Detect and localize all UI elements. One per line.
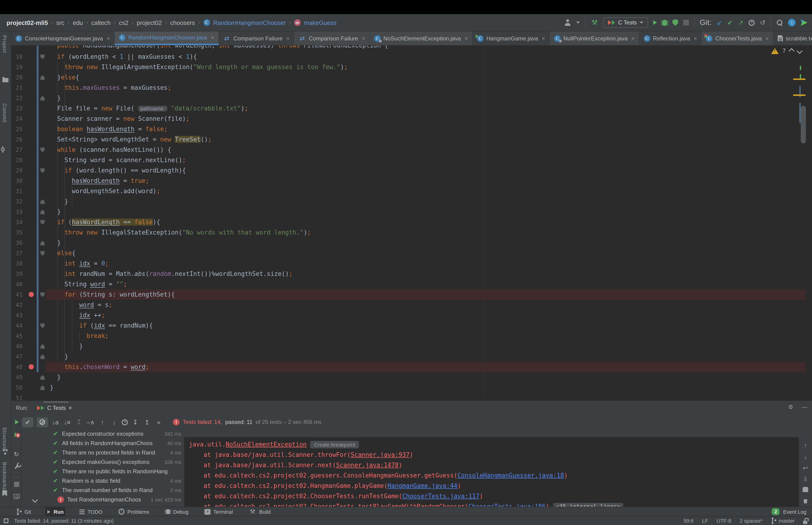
- expand-chevron-icon[interactable]: [32, 497, 38, 502]
- code-text[interactable]: }: [50, 382, 53, 393]
- code-text[interactable]: }: [50, 238, 61, 248]
- fold-marker-icon[interactable]: [41, 199, 45, 204]
- toolwindow-build[interactable]: Build: [247, 507, 273, 516]
- code-line-29[interactable]: 29 if (word.length() == wordLength){: [11, 165, 806, 176]
- tab-Comparison Failure[interactable]: ⇄Comparison Failure×: [219, 31, 294, 45]
- line-number-40[interactable]: 40: [11, 279, 22, 289]
- line-number-19[interactable]: 19: [11, 62, 22, 72]
- test-row[interactable]: ✔There are no public fields in RandomHan…: [21, 467, 184, 476]
- line-number-49[interactable]: 49: [11, 372, 22, 382]
- code-line-39[interactable]: 39 int randNum = Math.abs(random.nextInt…: [11, 269, 806, 279]
- line-number-46[interactable]: 46: [11, 341, 22, 351]
- git-branch-widget[interactable]: master: [771, 518, 795, 524]
- code-line-49[interactable]: 49 }: [11, 372, 806, 382]
- show-passed-toggle[interactable]: ✔: [22, 417, 33, 427]
- next-occurrence-icon[interactable]: ↓: [110, 419, 119, 425]
- code-text[interactable]: }: [50, 341, 83, 351]
- breadcrumb-item-caltech[interactable]: caltech: [91, 19, 110, 26]
- line-number-22[interactable]: 22: [11, 93, 22, 103]
- code-line-26[interactable]: 26 Set<String> wordLengthSet = new TreeS…: [11, 134, 806, 145]
- toolwindow-todo[interactable]: TODO: [78, 507, 104, 516]
- code-line-38[interactable]: 38 int idx = 0;: [11, 258, 806, 269]
- hide-panel-icon[interactable]: —: [802, 404, 807, 410]
- tab-close-icon[interactable]: ×: [287, 35, 290, 42]
- tab-Comparison Failure[interactable]: ⇄Comparison Failure×: [294, 31, 370, 45]
- print-icon[interactable]: [802, 488, 808, 492]
- code-text[interactable]: File file = new File( pathname: "data/sc…: [50, 103, 248, 114]
- test-row[interactable]: ✔Expected constructor exceptions342 ms: [21, 429, 184, 438]
- code-text[interactable]: for (String s: wordLengthSet){: [50, 289, 175, 300]
- tab-close-icon[interactable]: ×: [765, 35, 769, 42]
- line-number-20[interactable]: 20: [11, 72, 22, 83]
- square-icon[interactable]: [13, 482, 20, 487]
- stop-button[interactable]: [683, 20, 689, 25]
- stripe-item-project[interactable]: Project: [2, 35, 7, 53]
- line-number-26[interactable]: 26: [11, 134, 22, 145]
- fold-marker-icon[interactable]: [41, 355, 45, 359]
- breadcrumb-item-choosers[interactable]: choosers: [170, 19, 195, 26]
- line-number-44[interactable]: 44: [11, 320, 22, 331]
- scroll-up-icon[interactable]: ↑: [804, 442, 807, 449]
- rerun-tests-button[interactable]: [15, 420, 19, 424]
- line-number-37[interactable]: 37: [11, 248, 22, 258]
- code-text[interactable]: }: [50, 207, 61, 217]
- collapse-all-icon[interactable]: –∧: [87, 419, 95, 425]
- fold-marker-icon[interactable]: [41, 220, 45, 225]
- code-text[interactable]: }: [50, 372, 61, 382]
- line-number-36[interactable]: 36: [11, 238, 22, 248]
- code-line-43[interactable]: 43 idx ++;: [11, 310, 806, 320]
- fold-marker-icon[interactable]: [41, 241, 45, 245]
- code-text[interactable]: }else{: [50, 72, 79, 83]
- next-problem-icon[interactable]: [796, 48, 802, 54]
- import-results-icon[interactable]: ↧: [131, 419, 140, 425]
- refresh-icon[interactable]: ↻: [13, 451, 20, 458]
- run-with-coverage-button[interactable]: [672, 19, 678, 26]
- code-line-51[interactable]: 51: [11, 393, 806, 401]
- tab-ChooserTests.java[interactable]: CChooserTests.java×: [702, 31, 773, 45]
- test-row[interactable]: ✔Expected makeGuess() exceptions106 ms: [21, 457, 184, 467]
- code-line-19[interactable]: 19 throw new IllegalArgumentException("W…: [11, 62, 806, 72]
- tab-close-icon[interactable]: ×: [465, 35, 468, 42]
- line-number-35[interactable]: 35: [11, 227, 22, 238]
- settings-gear-icon[interactable]: ⚙: [788, 404, 793, 410]
- rerun-failed-icon[interactable]: 9: [13, 432, 20, 437]
- code-line-37[interactable]: 37 else{: [11, 248, 806, 258]
- code-text[interactable]: }: [50, 351, 68, 362]
- code-text[interactable]: idx ++;: [50, 310, 105, 320]
- build-hammer-icon[interactable]: [591, 19, 598, 26]
- code-line-48[interactable]: 48 this.chosenWord = word;: [11, 362, 806, 372]
- tab-NoSuchElementException.java[interactable]: CNoSuchElementException.java×: [370, 31, 473, 45]
- stripe-item-commit[interactable]: Commit: [2, 103, 7, 123]
- code-text[interactable]: public RandomHangmanChooser(int wordLeng…: [50, 46, 388, 51]
- camera-icon[interactable]: [13, 494, 20, 499]
- toolwindow-debug[interactable]: Debug: [163, 507, 190, 516]
- code-text[interactable]: if (wordLength < 1 || maxGuesses < 1){: [50, 52, 197, 62]
- toolwindow-git[interactable]: Git: [14, 507, 33, 516]
- fold-marker-icon[interactable]: [41, 148, 45, 152]
- folder-icon[interactable]: [2, 78, 9, 82]
- line-number-39[interactable]: 39: [11, 269, 22, 279]
- code-line-21[interactable]: 21 this.maxGuesses = maxGuesses;: [11, 83, 806, 93]
- line-number-38[interactable]: 38: [11, 258, 22, 269]
- caret-position[interactable]: 59:6: [684, 518, 693, 524]
- editor-scrollbar-thumb[interactable]: [801, 106, 806, 144]
- breakpoint-dot[interactable]: [29, 364, 34, 370]
- expand-all-icon[interactable]: ⌶: [75, 418, 83, 426]
- tab-close-icon[interactable]: ×: [542, 35, 545, 42]
- export-results-icon[interactable]: ↥: [143, 419, 151, 425]
- code-line-36[interactable]: 36 }: [11, 238, 806, 248]
- code-line-45[interactable]: 45 break;: [11, 331, 806, 341]
- code-line-32[interactable]: 32 }: [11, 196, 806, 207]
- tab-close-icon[interactable]: ×: [362, 35, 365, 42]
- test-row[interactable]: ✔All fields in RandomHangmanChoos40 ms: [21, 438, 184, 448]
- fold-marker-icon[interactable]: [41, 168, 45, 173]
- test-history-icon[interactable]: [122, 419, 128, 425]
- code-text[interactable]: else{: [50, 248, 76, 258]
- toolwindow-problems[interactable]: !Problems: [117, 507, 151, 516]
- tab-NullPointerException.java[interactable]: CNullPointerException.java×: [550, 31, 640, 45]
- code-text[interactable]: boolean hasWordLength = false;: [50, 124, 168, 134]
- wrench-icon[interactable]: [13, 463, 20, 469]
- stripe-item-bookmarks[interactable]: Bookmarks: [2, 462, 7, 490]
- code-text[interactable]: this.maxGuesses = maxGuesses;: [50, 83, 171, 93]
- line-number-34[interactable]: 34: [11, 217, 22, 227]
